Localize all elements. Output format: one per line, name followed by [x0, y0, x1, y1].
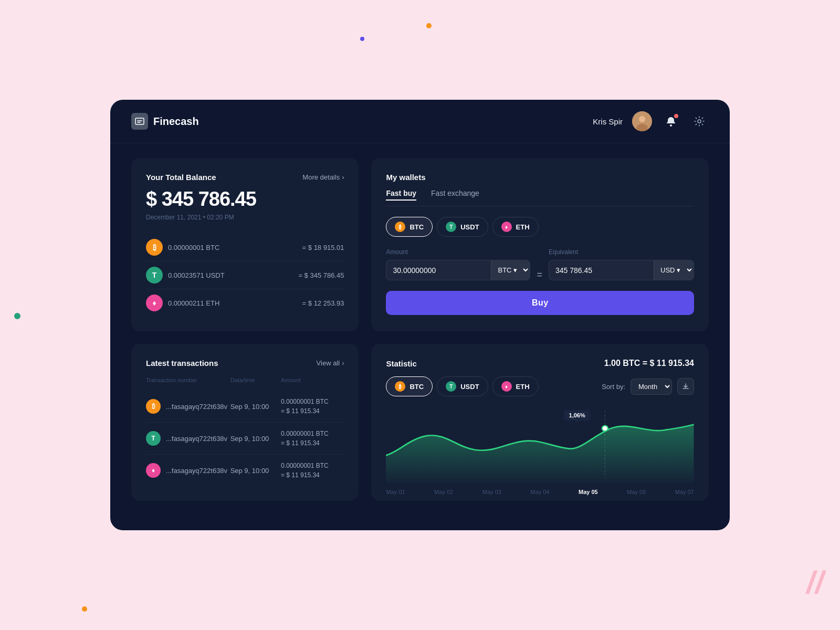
tab-fast-exchange[interactable]: Fast exchange [431, 189, 479, 201]
statistic-header: Statistic 1.00 BTC = $ 11 915.34 [386, 359, 694, 368]
tx-icon-usdt-2: T [146, 431, 161, 446]
svg-point-5 [698, 120, 701, 123]
chart-svg [386, 405, 694, 484]
crypto-row-eth: ♦ 0.00000211 ETH = $ 12 253.93 [146, 289, 344, 317]
transactions-header: Latest transactions View all › [146, 359, 344, 368]
btc-value: = $ 18 915.01 [302, 244, 344, 251]
app-name: Finecash [153, 116, 199, 128]
notifications-button[interactable] [662, 112, 680, 131]
tx-col-date: Data/time [230, 377, 281, 383]
coin-selector: ₿ BTC T USDT ♦ ETH [386, 217, 694, 237]
statistic-card: Statistic 1.00 BTC = $ 11 915.34 ₿ BTC T… [371, 344, 709, 501]
chevron-right-icon-tx: › [342, 359, 344, 367]
balance-date: December 11, 2021 • 02:20 PM [146, 214, 344, 221]
chart-label-may03: May 03 [482, 489, 501, 495]
equivalent-currency-select[interactable]: USD ▾ [654, 260, 694, 280]
settings-button[interactable] [690, 112, 709, 131]
balance-amount: $ 345 786.45 [146, 188, 344, 211]
equivalent-label: Equivalent [549, 248, 694, 256]
balance-card-header: Your Total Balance More details › [146, 173, 344, 182]
svg-point-7 [602, 426, 608, 432]
user-name: Kris Spir [593, 117, 623, 126]
chart-label-may04: May 04 [530, 489, 549, 495]
usdt-icon: T [146, 267, 163, 284]
tab-fast-buy[interactable]: Fast buy [386, 189, 416, 201]
statistic-chart: 1,06% [386, 405, 694, 484]
equivalent-input-group: USD ▾ [549, 260, 694, 280]
logo-icon [131, 113, 148, 130]
statistic-controls: ₿ BTC T USDT ♦ ETH Sort by: Month [386, 376, 694, 396]
amount-input-group: BTC ▾ [386, 260, 530, 280]
table-row: T ...fasagayq722t638v Sep 9, 10:00 0.000… [146, 423, 344, 455]
decorative-dot-4 [14, 313, 20, 319]
app-container: Finecash Kris Spir [110, 100, 730, 530]
stat-coin-selector: ₿ BTC T USDT ♦ ETH [386, 376, 538, 396]
buy-button[interactable]: Buy [386, 291, 694, 315]
usdt-amount: 0.00023571 USDT [168, 271, 225, 279]
amount-currency-select[interactable]: BTC ▾ [491, 260, 530, 280]
wallet-tabs: Fast buy Fast exchange [386, 189, 694, 206]
equivalent-group: Equivalent USD ▾ [549, 248, 694, 280]
btc-amount: 0.00000001 BTC [168, 244, 219, 251]
buy-form: Amount BTC ▾ = Equivalent USD ▾ [386, 248, 694, 280]
decorative-dot-1 [426, 23, 432, 28]
transactions-title: Latest transactions [146, 359, 218, 368]
chart-label-may07: May 07 [675, 489, 694, 495]
chart-x-labels: May 01 May 02 May 03 May 04 May 05 May 0… [386, 486, 694, 495]
svg-point-2 [639, 116, 645, 122]
wallets-title: My wallets [386, 173, 694, 182]
stat-coin-btn-usdt[interactable]: T USDT [437, 376, 488, 396]
btc-icon: ₿ [146, 239, 163, 256]
more-details-link[interactable]: More details › [302, 173, 344, 181]
tx-table-header: Transaction number Data/time Amount [146, 377, 344, 388]
balance-title: Your Total Balance [146, 173, 216, 182]
equals-sign: = [537, 255, 542, 280]
crypto-row-btc: ₿ 0.00000001 BTC = $ 18 915.01 [146, 234, 344, 261]
decorative-dot-2 [360, 37, 364, 41]
chart-tooltip: 1,06% [564, 410, 591, 421]
balance-card: Your Total Balance More details › $ 345 … [131, 158, 359, 331]
amount-input[interactable] [386, 261, 491, 280]
stat-coin-btn-eth[interactable]: ♦ ETH [492, 376, 539, 396]
logo: Finecash [131, 113, 199, 130]
svg-point-4 [670, 124, 672, 127]
chart-label-may02: May 02 [434, 489, 453, 495]
coin-btn-eth[interactable]: ♦ ETH [492, 217, 539, 237]
statistic-title: Statistic [386, 359, 416, 368]
tx-col-hash: Transaction number [146, 377, 230, 383]
amount-group: Amount BTC ▾ [386, 248, 530, 280]
crypto-row-usdt: T 0.00023571 USDT = $ 345 786.45 [146, 261, 344, 289]
amount-label: Amount [386, 248, 530, 256]
notification-badge [674, 114, 678, 118]
eth-amount: 0.00000211 ETH [168, 299, 219, 307]
chart-label-may05: May 05 [579, 489, 598, 495]
download-button[interactable] [677, 378, 694, 395]
decorative-slashes: // [804, 567, 827, 598]
coin-btn-btc[interactable]: ₿ BTC [386, 217, 433, 237]
sort-select[interactable]: Month Week Year [631, 379, 672, 395]
avatar [632, 111, 652, 131]
chevron-right-icon: › [342, 173, 344, 181]
main-content: Your Total Balance More details › $ 345 … [110, 143, 730, 516]
chart-label-may06: May 06 [627, 489, 646, 495]
usdt-value: = $ 345 786.45 [298, 271, 344, 279]
coin-btn-usdt[interactable]: T USDT [437, 217, 488, 237]
table-row: ♦ ...fasagayq722t638v Sep 9, 10:00 0.000… [146, 455, 344, 486]
eth-value: = $ 12 253.93 [302, 299, 344, 307]
tx-col-amount: Amount [281, 377, 344, 383]
sort-label: Sort by: [602, 383, 625, 391]
view-all-link[interactable]: View all › [317, 359, 344, 367]
equivalent-input[interactable] [549, 261, 654, 280]
transactions-card: Latest transactions View all › Transacti… [131, 344, 359, 501]
header: Finecash Kris Spir [110, 100, 730, 143]
eth-icon: ♦ [146, 295, 163, 311]
wallets-card: My wallets Fast buy Fast exchange ₿ BTC … [371, 158, 709, 331]
tx-icon-btc-1: ₿ [146, 399, 161, 414]
tx-icon-eth-3: ♦ [146, 463, 161, 478]
stat-price: 1.00 BTC = $ 11 915.34 [604, 359, 694, 368]
stat-coin-btn-btc[interactable]: ₿ BTC [386, 376, 433, 396]
chart-label-may01: May 01 [386, 489, 405, 495]
stat-sort-controls: Sort by: Month Week Year [602, 378, 694, 395]
header-right: Kris Spir [593, 111, 709, 131]
svg-rect-0 [135, 118, 144, 124]
